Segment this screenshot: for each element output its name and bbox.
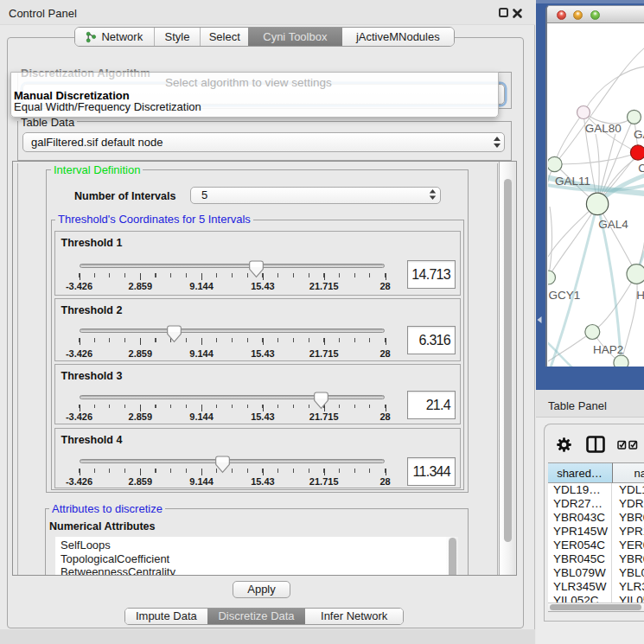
svg-text:GA: GA [633, 128, 644, 141]
svg-text:HI: HI [636, 289, 644, 302]
svg-text:GAL80: GAL80 [584, 122, 621, 135]
svg-text:CD: CD [638, 162, 644, 175]
svg-text:GAL4: GAL4 [598, 218, 628, 231]
svg-text:GCY1: GCY1 [548, 289, 580, 302]
svg-text:HAP2: HAP2 [592, 343, 622, 356]
svg-text:GAL11: GAL11 [555, 175, 590, 188]
